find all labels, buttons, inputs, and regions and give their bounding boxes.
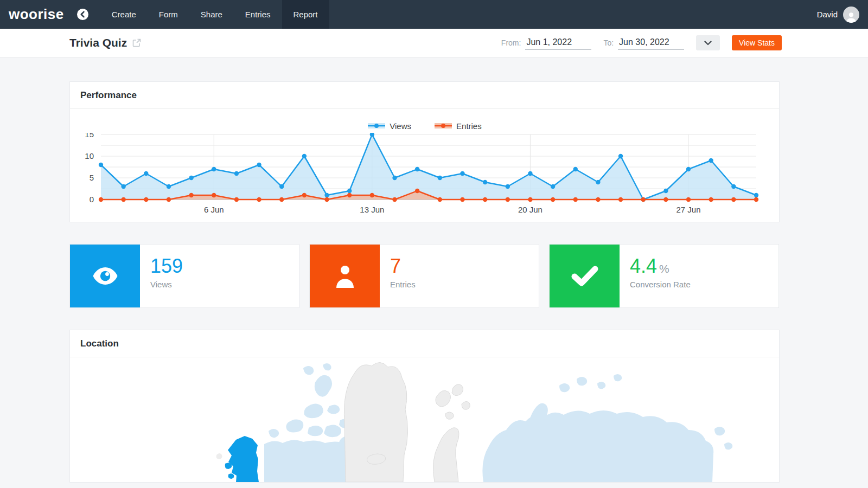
svg-text:6 Jun: 6 Jun bbox=[204, 205, 224, 214]
svg-text:15: 15 bbox=[85, 133, 94, 139]
svg-text:27 Jun: 27 Jun bbox=[676, 205, 701, 214]
view-stats-button[interactable]: View Stats bbox=[732, 35, 782, 50]
eye-icon bbox=[92, 267, 118, 285]
main-content: Performance ViewsEntries 6 Jun13 Jun20 J… bbox=[0, 57, 868, 483]
page-title: Trivia Quiz bbox=[69, 36, 127, 49]
page-header: Trivia Quiz From: To: View Stats bbox=[0, 29, 868, 57]
check-icon bbox=[571, 266, 598, 286]
world-map-svg bbox=[70, 357, 779, 482]
date-to-input[interactable] bbox=[618, 36, 684, 50]
nav-item-entries[interactable]: Entries bbox=[234, 0, 282, 29]
chart-legend: ViewsEntries bbox=[70, 119, 779, 133]
entries-label: Entries bbox=[390, 280, 416, 289]
person-icon bbox=[845, 11, 857, 23]
conversion-label: Conversion Rate bbox=[630, 280, 691, 289]
date-from-input[interactable] bbox=[525, 36, 591, 50]
avatar[interactable] bbox=[843, 7, 859, 23]
nav-item-report[interactable]: Report bbox=[282, 0, 329, 29]
entries-icon-box bbox=[310, 245, 380, 307]
chevron-left-circle-icon bbox=[77, 9, 88, 20]
date-presets-dropdown-button[interactable] bbox=[696, 35, 720, 50]
person-icon bbox=[334, 264, 356, 288]
to-label: To: bbox=[603, 38, 614, 47]
entries-stat-card: 7 Entries bbox=[309, 244, 539, 308]
views-label: Views bbox=[150, 280, 183, 289]
performance-card: Performance ViewsEntries 6 Jun13 Jun20 J… bbox=[69, 81, 780, 222]
entries-value: 7 bbox=[390, 256, 416, 276]
nav-menu: Create Form Share Entries Report bbox=[100, 0, 329, 29]
views-value: 159 bbox=[150, 256, 183, 276]
back-icon[interactable] bbox=[77, 0, 88, 29]
app-logo[interactable]: Woorise bbox=[0, 0, 77, 29]
performance-card-title: Performance bbox=[70, 82, 779, 108]
stats-row: 159 Views 7 Entries 4 bbox=[69, 244, 868, 308]
conversion-value: 4.4% bbox=[630, 256, 691, 276]
conversion-stat-card: 4.4% Conversion Rate bbox=[549, 244, 779, 308]
world-map bbox=[70, 357, 779, 482]
from-label: From: bbox=[501, 38, 521, 47]
location-card-title: Location bbox=[70, 330, 779, 357]
svg-text:10: 10 bbox=[85, 151, 94, 160]
svg-text:0: 0 bbox=[90, 195, 94, 204]
user-name[interactable]: David bbox=[817, 10, 838, 19]
chevron-down-icon bbox=[704, 41, 712, 46]
top-navbar: Woorise Create Form Share Entries Report… bbox=[0, 0, 868, 29]
external-link-icon[interactable] bbox=[132, 38, 141, 47]
legend-item-views: Views bbox=[367, 121, 411, 131]
views-stat-card: 159 Views bbox=[69, 244, 299, 308]
location-card: Location bbox=[69, 330, 780, 483]
views-entries-area-chart: 6 Jun13 Jun20 Jun27 Jun051015 bbox=[70, 133, 779, 215]
performance-chart: ViewsEntries 6 Jun13 Jun20 Jun27 Jun0510… bbox=[70, 109, 779, 222]
nav-item-form[interactable]: Form bbox=[148, 0, 189, 29]
conversion-icon-box bbox=[550, 245, 620, 307]
nav-item-share[interactable]: Share bbox=[189, 0, 234, 29]
svg-text:5: 5 bbox=[90, 173, 94, 182]
nav-item-create[interactable]: Create bbox=[100, 0, 148, 29]
legend-item-entries: Entries bbox=[434, 121, 482, 131]
svg-text:13 Jun: 13 Jun bbox=[360, 205, 384, 214]
views-icon-box bbox=[70, 245, 140, 307]
percent-sign: % bbox=[659, 262, 669, 275]
svg-text:20 Jun: 20 Jun bbox=[518, 205, 542, 214]
